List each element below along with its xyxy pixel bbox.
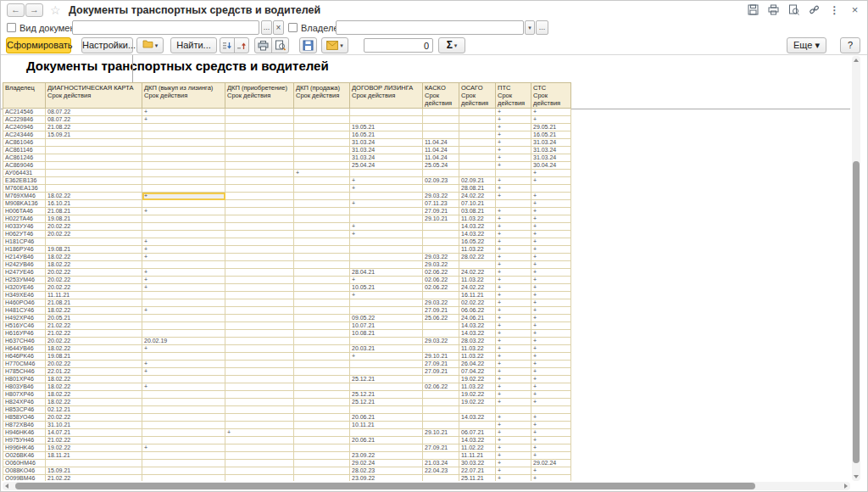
find-button[interactable]: Найти... bbox=[170, 37, 217, 53]
owner-cell[interactable]: H516УС46 bbox=[3, 322, 46, 330]
value-cell[interactable]: 02.02.22 bbox=[459, 299, 496, 307]
value-cell[interactable] bbox=[423, 185, 459, 193]
value-cell[interactable] bbox=[294, 422, 350, 429]
doc-type-checkbox[interactable] bbox=[7, 23, 16, 32]
value-cell[interactable] bbox=[225, 338, 294, 345]
value-cell[interactable] bbox=[423, 414, 459, 422]
value-cell[interactable]: 19.05.21 bbox=[350, 124, 423, 131]
value-cell[interactable]: + bbox=[531, 437, 571, 444]
owner-cell[interactable]: M908KA136 bbox=[3, 200, 46, 208]
value-cell[interactable]: + bbox=[531, 170, 571, 177]
value-cell[interactable]: 25.06.22 bbox=[423, 315, 459, 322]
value-cell[interactable] bbox=[142, 467, 225, 475]
value-cell[interactable] bbox=[225, 467, 294, 475]
sum-button[interactable]: Σ ▾ bbox=[438, 37, 465, 53]
value-cell[interactable] bbox=[142, 452, 225, 460]
value-cell[interactable] bbox=[423, 391, 459, 399]
owner-input[interactable] bbox=[336, 20, 524, 35]
value-cell[interactable] bbox=[294, 467, 350, 475]
value-cell[interactable] bbox=[423, 109, 459, 116]
value-cell[interactable] bbox=[294, 261, 350, 269]
value-cell[interactable] bbox=[225, 231, 294, 238]
value-cell[interactable]: 25.12.21 bbox=[350, 391, 423, 399]
value-cell[interactable]: 21.08.22 bbox=[46, 124, 142, 131]
value-cell[interactable]: 21.02.22 bbox=[46, 475, 142, 482]
value-cell[interactable]: 19.02.22 bbox=[459, 391, 496, 399]
value-cell[interactable]: 11.11.21 bbox=[459, 452, 496, 460]
value-cell[interactable] bbox=[423, 170, 459, 177]
value-cell[interactable] bbox=[225, 292, 294, 299]
value-cell[interactable]: + bbox=[496, 444, 531, 452]
value-cell[interactable] bbox=[350, 254, 423, 261]
back-button[interactable]: ← bbox=[7, 3, 25, 17]
doc-type-choose-button[interactable]: ... bbox=[261, 20, 272, 35]
owner-cell[interactable]: H460PO46 bbox=[3, 299, 46, 307]
owner-cell[interactable]: H644УВ46 bbox=[3, 345, 46, 353]
value-cell[interactable]: + bbox=[531, 391, 571, 399]
value-cell[interactable] bbox=[142, 223, 225, 231]
owner-cell[interactable]: H872XB46 bbox=[3, 422, 46, 429]
value-cell[interactable]: 16.10.21 bbox=[46, 200, 142, 208]
value-cell[interactable]: 08.07.22 bbox=[46, 116, 142, 124]
value-cell[interactable] bbox=[294, 208, 350, 215]
value-cell[interactable] bbox=[531, 185, 571, 193]
value-cell[interactable]: 29.03.22 bbox=[423, 338, 459, 345]
value-cell[interactable]: + bbox=[496, 246, 531, 254]
value-cell[interactable]: + bbox=[496, 147, 531, 154]
value-cell[interactable]: + bbox=[496, 269, 531, 277]
value-cell[interactable]: + bbox=[350, 231, 423, 238]
value-cell[interactable]: 02.12.21 bbox=[46, 406, 142, 414]
value-cell[interactable]: 22.01.22 bbox=[46, 368, 142, 376]
value-cell[interactable] bbox=[142, 460, 225, 467]
value-cell[interactable]: + bbox=[142, 277, 225, 284]
value-cell[interactable]: + bbox=[496, 154, 531, 162]
value-cell[interactable] bbox=[142, 170, 225, 177]
value-cell[interactable]: + bbox=[496, 353, 531, 361]
owner-cell[interactable]: H062УТ46 bbox=[3, 231, 46, 238]
value-cell[interactable] bbox=[294, 254, 350, 261]
value-cell[interactable]: 27.09.21 bbox=[423, 361, 459, 368]
owner-cell[interactable]: M769XM46 bbox=[3, 193, 46, 200]
forward-button[interactable]: → bbox=[25, 3, 43, 17]
value-cell[interactable] bbox=[350, 307, 423, 315]
value-cell[interactable]: + bbox=[496, 422, 531, 429]
owner-dropdown-button[interactable]: ▾ bbox=[525, 20, 535, 35]
value-cell[interactable] bbox=[142, 322, 225, 330]
value-cell[interactable]: + bbox=[531, 429, 571, 437]
scroll-left-icon[interactable] bbox=[5, 484, 8, 489]
value-cell[interactable]: 19.08.21 bbox=[46, 353, 142, 361]
value-cell[interactable] bbox=[294, 444, 350, 452]
owner-cell[interactable]: H022TA46 bbox=[3, 215, 46, 223]
value-cell[interactable]: 11.11.21 bbox=[46, 292, 142, 299]
value-cell[interactable]: 29.03.22 bbox=[423, 261, 459, 269]
value-cell[interactable] bbox=[294, 238, 350, 246]
value-cell[interactable]: + bbox=[531, 399, 571, 406]
value-cell[interactable] bbox=[423, 131, 459, 139]
value-cell[interactable]: + bbox=[142, 345, 225, 353]
value-cell[interactable]: + bbox=[496, 452, 531, 460]
value-cell[interactable]: 02.09.21 bbox=[459, 177, 496, 185]
value-cell[interactable] bbox=[225, 147, 294, 154]
value-cell[interactable]: + bbox=[496, 231, 531, 238]
column-header-dkp-purchase[interactable]: ДКП (приобретение)Срок действия bbox=[225, 83, 294, 109]
value-cell[interactable] bbox=[225, 383, 294, 391]
value-cell[interactable]: + bbox=[531, 284, 571, 292]
close-icon[interactable]: × bbox=[849, 3, 861, 16]
value-cell[interactable] bbox=[294, 406, 350, 414]
owner-choose-button[interactable]: ... bbox=[536, 20, 548, 35]
value-cell[interactable]: 18.02.22 bbox=[46, 345, 142, 353]
value-cell[interactable] bbox=[225, 177, 294, 185]
value-cell[interactable] bbox=[225, 399, 294, 406]
value-cell[interactable]: 18.02.22 bbox=[46, 376, 142, 383]
value-cell[interactable]: 23.09.22 bbox=[350, 452, 423, 460]
value-cell[interactable] bbox=[459, 162, 496, 170]
value-cell[interactable]: 29.03.22 bbox=[423, 193, 459, 200]
value-cell[interactable]: 18.02.22 bbox=[46, 399, 142, 406]
value-cell[interactable]: 18.02.22 bbox=[46, 193, 142, 200]
owner-cell[interactable]: H242УВ46 bbox=[3, 261, 46, 269]
value-cell[interactable] bbox=[294, 154, 350, 162]
value-cell[interactable]: 28.08.21 bbox=[459, 185, 496, 193]
value-cell[interactable] bbox=[225, 193, 294, 200]
value-cell[interactable] bbox=[225, 330, 294, 338]
value-cell[interactable]: 11.02.22 bbox=[459, 444, 496, 452]
